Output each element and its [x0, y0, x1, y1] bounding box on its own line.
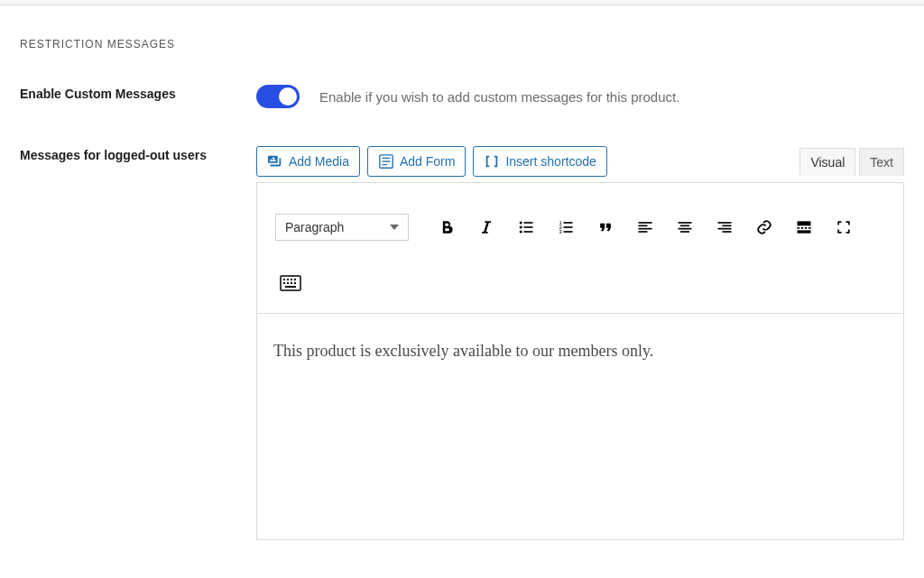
keyboard-icon [280, 274, 301, 292]
tab-visual[interactable]: Visual [799, 148, 855, 176]
svg-point-5 [520, 226, 522, 229]
insert-shortcode-button[interactable]: Insert shortcode [473, 146, 606, 177]
svg-rect-26 [718, 228, 732, 230]
svg-rect-22 [679, 228, 692, 230]
numbered-list-button[interactable]: 123 [546, 214, 586, 241]
section-title: RESTRICTION MESSAGES [20, 38, 904, 50]
numbered-list-icon: 123 [557, 218, 575, 236]
chevron-down-icon [390, 225, 399, 230]
shortcode-icon [484, 153, 500, 170]
fullscreen-button[interactable] [824, 214, 864, 241]
svg-rect-33 [287, 279, 289, 280]
align-center-button[interactable] [665, 214, 705, 241]
media-buttons: Add Media Add Form Insert shortcode [256, 146, 607, 177]
form-icon [378, 153, 394, 170]
svg-point-6 [520, 231, 522, 234]
svg-rect-19 [639, 231, 648, 233]
format-dropdown[interactable]: Paragraph [275, 214, 409, 241]
field-label: Messages for logged-out users [20, 146, 256, 162]
button-label: Insert shortcode [505, 154, 596, 169]
media-icon [267, 153, 283, 170]
field-description: Enable if you wish to add custom message… [319, 89, 679, 105]
read-more-button[interactable] [784, 214, 824, 241]
svg-rect-23 [680, 231, 689, 233]
field-logged-out-message: Messages for logged-out users Add Media … [20, 146, 904, 540]
svg-rect-14 [564, 226, 573, 228]
add-form-button[interactable]: Add Form [367, 146, 466, 177]
blockquote-button[interactable] [586, 214, 625, 241]
align-left-icon [636, 218, 654, 236]
svg-rect-21 [680, 225, 689, 227]
svg-rect-36 [283, 282, 285, 284]
read-more-icon [795, 218, 813, 236]
bold-icon [438, 218, 456, 236]
format-selected: Paragraph [285, 220, 344, 234]
svg-rect-9 [524, 231, 533, 233]
settings-panel: RESTRICTION MESSAGES Enable Custom Messa… [0, 38, 924, 540]
svg-rect-17 [639, 225, 648, 227]
link-button[interactable] [744, 214, 784, 241]
editor-content[interactable]: This product is exclusively available to… [257, 314, 903, 539]
svg-text:3: 3 [559, 229, 562, 234]
tab-text[interactable]: Text [859, 148, 904, 176]
svg-rect-28 [798, 221, 811, 225]
align-left-button[interactable] [625, 214, 665, 241]
align-right-button[interactable] [705, 214, 744, 241]
align-right-icon [716, 218, 734, 236]
add-media-button[interactable]: Add Media [256, 146, 360, 177]
quote-icon [596, 218, 614, 236]
italic-icon [477, 218, 495, 236]
field-enable-custom-messages: Enable Custom Messages Enable if you wis… [20, 85, 904, 108]
svg-rect-40 [285, 286, 296, 288]
svg-rect-35 [294, 279, 296, 280]
editor-body: Paragraph 123 [256, 182, 904, 540]
svg-rect-15 [564, 231, 573, 233]
svg-rect-20 [679, 222, 692, 224]
toggle-knob [279, 87, 297, 106]
button-label: Add Media [289, 154, 349, 169]
editor-tabs: Visual Text [799, 148, 904, 176]
editor-container: Add Media Add Form Insert shortcode Visu… [256, 146, 904, 540]
svg-rect-39 [294, 282, 296, 284]
bullet-list-button[interactable] [506, 214, 546, 241]
toolbar-toggle-button[interactable] [277, 273, 304, 293]
editor-top: Add Media Add Form Insert shortcode Visu… [256, 146, 904, 177]
svg-rect-8 [524, 226, 533, 228]
button-label: Add Form [400, 154, 455, 169]
bullet-list-icon [517, 218, 535, 236]
svg-rect-24 [718, 222, 732, 224]
top-divider [0, 0, 924, 5]
enable-custom-toggle[interactable] [256, 85, 300, 108]
svg-rect-34 [291, 279, 292, 280]
link-icon [755, 218, 773, 236]
fullscreen-icon [835, 218, 853, 236]
svg-rect-7 [524, 222, 533, 224]
bold-button[interactable] [427, 214, 467, 241]
svg-rect-13 [564, 222, 573, 224]
svg-rect-25 [723, 225, 732, 227]
content-text: This product is exclusively available to… [273, 339, 887, 363]
italic-button[interactable] [467, 214, 506, 241]
svg-rect-16 [639, 222, 652, 224]
svg-rect-37 [287, 282, 289, 284]
svg-rect-38 [291, 282, 292, 284]
svg-rect-27 [723, 231, 732, 233]
field-label: Enable Custom Messages [20, 85, 256, 101]
editor-toolbar: Paragraph 123 [257, 183, 903, 314]
align-center-icon [676, 218, 694, 236]
svg-rect-18 [639, 228, 652, 230]
svg-rect-30 [798, 230, 811, 233]
svg-rect-32 [283, 279, 285, 280]
svg-point-4 [520, 222, 522, 225]
